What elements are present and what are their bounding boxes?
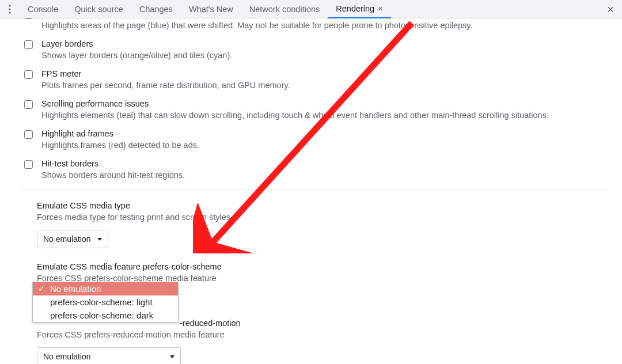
- checkbox-fps-meter[interactable]: [24, 70, 33, 79]
- emulate-prefers-color-scheme: Emulate CSS media feature prefers-color-…: [37, 261, 606, 284]
- separator: [22, 189, 606, 189]
- tab-whats-new[interactable]: What's New: [181, 0, 241, 18]
- option-desc: Highlights areas of the page (blue) that…: [41, 20, 473, 31]
- svg-point-0: [9, 5, 10, 6]
- tab-network-conditions[interactable]: Network conditions: [241, 0, 328, 18]
- section-desc: Forces CSS prefers-reduced-motion media …: [37, 329, 606, 340]
- checkbox-hit-test[interactable]: [24, 160, 33, 169]
- option-layout-shift: Layout Shift Regions Highlights areas of…: [22, 18, 606, 31]
- option-fps-meter: FPS meter Plots frames per second, frame…: [22, 68, 606, 91]
- tab-console[interactable]: Console: [20, 0, 66, 18]
- dropdown-option-light[interactable]: prefers-color-scheme: light: [33, 295, 178, 309]
- section-title: Emulate CSS media type: [37, 200, 606, 211]
- option-desc: Plots frames per second, frame rate dist…: [41, 79, 290, 91]
- option-title: Hit-test borders: [41, 158, 185, 169]
- reduced-motion-select[interactable]: No emulation: [37, 347, 181, 364]
- option-desc: Shows layer borders (orange/olive) and t…: [41, 50, 232, 61]
- tab-rendering[interactable]: Rendering ×: [328, 0, 391, 18]
- dropdown-option-dark[interactable]: prefers-color-scheme: dark: [33, 309, 178, 322]
- option-layer-borders: Layer borders Shows layer borders (orang…: [22, 38, 606, 61]
- tab-changes[interactable]: Changes: [131, 0, 181, 18]
- media-type-select[interactable]: No emulation: [37, 230, 108, 248]
- emulate-media-type: Emulate CSS media type Forces media type…: [37, 200, 606, 248]
- svg-point-2: [9, 12, 10, 13]
- close-icon[interactable]: ×: [378, 4, 383, 13]
- option-highlight-ad-frames: Highlight ad frames Highlights frames (r…: [22, 128, 606, 151]
- option-scrolling-perf: Scrolling performance issues Highlights …: [22, 98, 606, 121]
- svg-point-1: [9, 8, 10, 10]
- emulate-prefers-reduced-motion: -reduced-motion Forces CSS prefers-reduc…: [37, 317, 606, 364]
- section-title: Emulate CSS media feature prefers-color-…: [37, 261, 606, 272]
- select-value: No emulation: [43, 234, 91, 244]
- option-title: FPS meter: [41, 68, 290, 79]
- option-desc: Highlights elements (teal) that can slow…: [41, 109, 549, 121]
- panel-close-icon[interactable]: ×: [602, 3, 619, 15]
- option-hit-test-borders: Hit-test borders Shows borders around hi…: [22, 158, 606, 181]
- section-desc: Forces media type for testing print and …: [37, 211, 606, 223]
- checkbox-layout-shift[interactable]: [24, 18, 33, 19]
- tab-quick-source[interactable]: Quick source: [66, 0, 131, 18]
- drawer-tabbar: Console Quick source Changes What's New …: [0, 0, 622, 18]
- option-title: Scrolling performance issues: [41, 98, 549, 109]
- option-desc: Highlights frames (red) detected to be a…: [41, 139, 199, 151]
- checkbox-layer-borders[interactable]: [24, 40, 33, 49]
- more-menu-icon[interactable]: [3, 3, 16, 16]
- option-desc: Shows borders around hit-test regions.: [41, 169, 185, 181]
- color-scheme-dropdown: No emulation prefers-color-scheme: light…: [32, 282, 179, 323]
- select-value: No emulation: [43, 352, 91, 361]
- dropdown-option-no-emulation[interactable]: No emulation: [33, 282, 178, 295]
- checkbox-ad-frames[interactable]: [24, 130, 33, 139]
- rendering-panel: Layout Shift Regions Highlights areas of…: [0, 18, 622, 364]
- option-title: Highlight ad frames: [41, 128, 199, 139]
- option-title: Layer borders: [41, 38, 232, 50]
- checkbox-scrolling-perf[interactable]: [24, 100, 33, 109]
- option-title: Layout Shift Regions: [41, 18, 473, 20]
